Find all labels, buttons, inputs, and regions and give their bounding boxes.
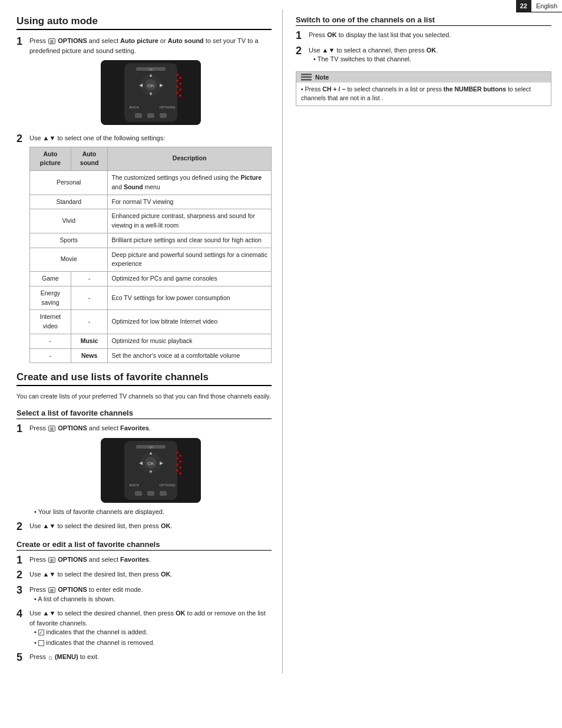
subsection-select-favorites: Select a list of favorite channels 1 Pre… [16, 409, 272, 533]
switch-step-num-1: 1 [296, 30, 309, 42]
checked-icon [38, 630, 44, 635]
create-step-4-bullets: indicates that the channel is added. ind… [34, 628, 272, 647]
svg-text:◀: ◀ [139, 460, 143, 466]
auto-mode-step-1: 1 Press ⊞ OPTIONS and select Auto pictur… [16, 36, 272, 130]
bullet-channel-added: indicates that the channel is added. [34, 628, 272, 637]
table-cell-merged: Movie [30, 248, 108, 272]
page-content: Using auto mode 1 Press ⊞ OPTIONS and se… [0, 0, 562, 673]
table-cell-description: Eco TV settings for low power consumptio… [108, 286, 272, 310]
options-icon-4: ⊞ [48, 587, 55, 593]
note-list: Press CH + / − to select channels in a l… [301, 85, 546, 104]
table-header-auto-sound: Auto sound [71, 147, 108, 171]
svg-point-16 [179, 88, 181, 91]
table-cell-col2: Music [71, 334, 108, 348]
svg-text:OK: OK [148, 446, 153, 449]
bullet-channel-removed: indicates that the channel is removed. [34, 638, 272, 647]
section-title-favorites: Create and use lists of favorite channel… [16, 371, 272, 386]
svg-text:OK: OK [147, 83, 154, 88]
svg-point-17 [176, 91, 178, 94]
table-header-auto-picture: Auto picture [30, 147, 71, 171]
create-step-num-3: 3 [16, 585, 29, 597]
switch-step-num-2: 2 [296, 45, 309, 57]
create-step-2: 2 Use ▲▼ to select the desired list, the… [16, 569, 272, 581]
create-step-5: 5 Press ⌂ (MENU) to exit. [16, 652, 272, 664]
svg-point-36 [179, 454, 181, 457]
svg-text:BACK: BACK [129, 483, 138, 487]
table-cell-description: Optimized for PCs and game consoles [108, 272, 272, 286]
svg-text:◀: ◀ [139, 83, 143, 88]
svg-rect-21 [160, 113, 167, 118]
remote-image-1: OK ▲ ▼ ◀ ▶ BACK OPTIONS [101, 60, 201, 125]
table-cell-col1: - [30, 348, 71, 363]
svg-text:OK: OK [147, 461, 154, 466]
table-cell-description: Brilliant picture settings and clear sou… [108, 233, 272, 248]
section-favorites: Create and use lists of favorite channel… [16, 371, 272, 664]
right-column: Switch to one of the channels on a list … [283, 9, 562, 673]
svg-rect-48 [301, 74, 312, 75]
table-cell-merged: Personal [30, 171, 108, 195]
table-cell-description: Deep picture and powerful sound settings… [108, 248, 272, 272]
note-lines-icon [301, 73, 312, 81]
section-switch-channels: Switch to one of the channels on a list … [296, 15, 551, 106]
page-language: English [531, 0, 562, 12]
select-step-num-2: 2 [16, 521, 29, 533]
table-cell-description: Optimized for music playback [108, 334, 272, 348]
unchecked-icon [38, 640, 44, 646]
favorites-intro: You can create lists of your preferred T… [16, 392, 272, 401]
create-step-5-content: Press ⌂ (MENU) to exit. [29, 652, 272, 662]
table-cell-col2: - [71, 286, 108, 310]
svg-text:▶: ▶ [160, 460, 164, 466]
section-title-auto-mode: Using auto mode [16, 15, 272, 30]
svg-rect-43 [135, 491, 142, 496]
table-cell-merged: Sports [30, 233, 108, 248]
svg-text:▼: ▼ [148, 469, 153, 475]
note-label: Note [315, 74, 329, 81]
create-step-num-5: 5 [16, 652, 29, 664]
table-cell-description: The customized settings you defined usin… [108, 171, 272, 195]
table-cell-col2: - [71, 272, 108, 286]
step-1-content: Press ⊞ OPTIONS and select Auto picture … [29, 36, 272, 130]
switch-step-2: 2 Use ▲▼ to select a channel, then press… [296, 45, 551, 65]
auto-mode-step-2: 2 Use ▲▼ to select one of the following … [16, 133, 272, 363]
bullet-channels-shown: A list of channels is shown. [34, 595, 272, 604]
select-step-1: 1 Press ⊞ OPTIONS and select Favorites. [16, 423, 272, 518]
svg-point-35 [176, 452, 178, 454]
switch-step-2-bullets: The TV switches to that channel. [313, 55, 551, 64]
table-cell-merged: Vivid [30, 209, 108, 233]
svg-point-40 [179, 466, 181, 469]
select-step-2: 2 Use ▲▼ to select the desired list, the… [16, 521, 272, 533]
table-cell-description: Optimized for low bitrate Internet video [108, 310, 272, 334]
svg-text:OK: OK [148, 68, 153, 71]
subsection-create-edit-favorites: Create or edit a list of favorite channe… [16, 540, 272, 664]
section-title-switch-channels: Switch to one of the channels on a list [296, 15, 551, 26]
select-step-2-content: Use ▲▼ to select the desired list, then … [29, 521, 272, 531]
svg-point-18 [179, 94, 181, 97]
note-item-1: Press CH + / − to select channels in a l… [301, 85, 546, 104]
create-step-num-1: 1 [16, 555, 29, 566]
svg-rect-44 [147, 491, 154, 496]
create-step-1-content: Press ⊞ OPTIONS and select Favorites. [29, 555, 272, 565]
create-step-num-4: 4 [16, 608, 29, 620]
create-step-4-content: Use ▲▼ to select the desired channel, th… [29, 608, 272, 648]
table-cell-description: Set the anchor's voice at a comfortable … [108, 348, 272, 363]
remote-image-2: OK ▲ ▼ ◀ ▶ BACK OPTIONS [101, 438, 201, 503]
table-cell-merged: Standard [30, 195, 108, 209]
table-cell-col1: Energy saving [30, 286, 71, 310]
table-cell-col1: - [30, 334, 71, 348]
switch-channels-steps: 1 Press OK to display the last list that… [296, 30, 551, 65]
subsection-title-select: Select a list of favorite channels [16, 409, 272, 419]
table-cell-description: For normal TV viewing [108, 195, 272, 209]
bullet-favorites-displayed: Your lists of favorite channels are disp… [34, 508, 272, 516]
create-edit-steps: 1 Press ⊞ OPTIONS and select Favorites. … [16, 555, 272, 664]
svg-rect-50 [301, 79, 312, 81]
table-cell-col2: - [71, 310, 108, 334]
svg-point-37 [176, 457, 178, 460]
svg-point-39 [176, 463, 178, 466]
select-step-num-1: 1 [16, 423, 29, 435]
subsection-title-create-edit: Create or edit a list of favorite channe… [16, 540, 272, 551]
svg-text:BACK: BACK [129, 106, 138, 109]
auto-mode-steps: 1 Press ⊞ OPTIONS and select Auto pictur… [16, 36, 272, 363]
section-using-auto-mode: Using auto mode 1 Press ⊞ OPTIONS and se… [16, 15, 272, 363]
svg-text:▲: ▲ [148, 450, 153, 456]
svg-rect-19 [135, 113, 142, 118]
